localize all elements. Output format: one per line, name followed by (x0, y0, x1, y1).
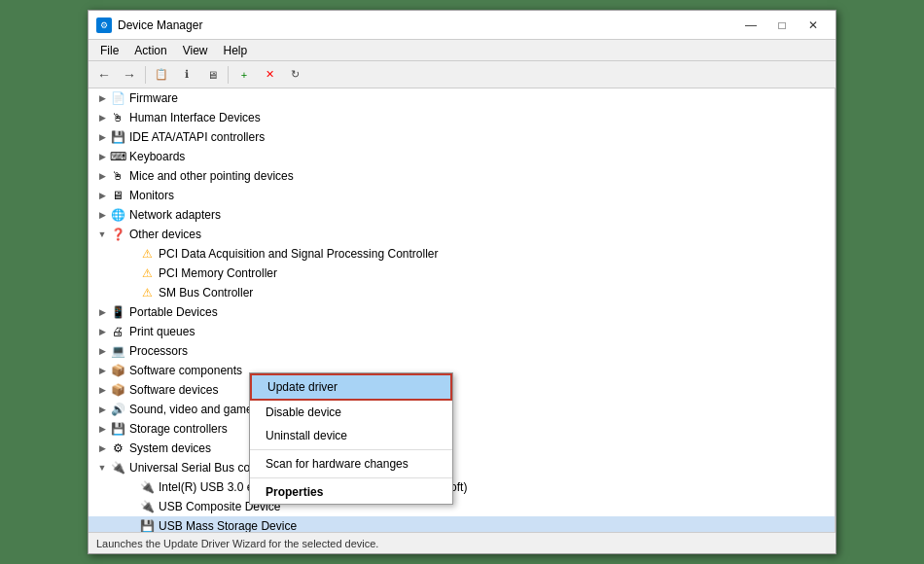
tree-item-firmware[interactable]: ▶ 📄 Firmware (89, 88, 835, 108)
back-button[interactable]: ← (92, 64, 116, 86)
tree-item-sm-bus[interactable]: ⚠ SM Bus Controller (89, 283, 835, 302)
forward-button[interactable]: → (118, 64, 141, 86)
label-sw-components: Software components (129, 364, 242, 377)
toggle-ide[interactable]: ▶ (96, 131, 108, 143)
tree-item-mice[interactable]: ▶ 🖱 Mice and other pointing devices (89, 166, 835, 186)
menu-file[interactable]: File (92, 42, 126, 59)
toggle-monitors[interactable]: ▶ (96, 190, 108, 201)
label-portable: Portable Devices (129, 305, 218, 319)
close-button[interactable]: ✕ (799, 16, 828, 35)
icon-sw-components: 📦 (110, 363, 125, 378)
label-mice: Mice and other pointing devices (129, 169, 294, 183)
icon-network: 🌐 (110, 207, 125, 223)
toggle-sw-components[interactable]: ▶ (96, 365, 108, 376)
tree-item-ide[interactable]: ▶ 💾 IDE ATA/ATAPI controllers (89, 127, 835, 147)
label-storage: Storage controllers (129, 422, 228, 436)
tree-item-pci-data[interactable]: ⚠ PCI Data Acquisition and Signal Proces… (89, 244, 835, 264)
tree-item-sw-components[interactable]: ▶ 📦 Software components (89, 361, 835, 380)
label-system: System devices (129, 441, 211, 455)
status-bar: Launches the Update Driver Wizard for th… (89, 532, 835, 553)
tree-item-network[interactable]: ▶ 🌐 Network adapters (89, 205, 835, 225)
menu-bar: File Action View Help (89, 40, 835, 61)
title-controls: — □ ✕ (736, 16, 828, 35)
icon-monitors: 🖥 (110, 188, 125, 203)
tree-item-usb-child-1[interactable]: 🔌 Intel(R) USB 3.0 eXtensible Host Contr… (89, 477, 835, 497)
toggle-sw-devices[interactable]: ▶ (96, 384, 108, 396)
tree-item-keyboards[interactable]: ▶ ⌨ Keyboards (89, 147, 835, 166)
icon-firmware: 📄 (110, 90, 125, 106)
tree-item-sound[interactable]: ▶ 🔊 Sound, video and game controllers (89, 400, 835, 419)
icon-system: ⚙ (110, 441, 125, 456)
minimize-button[interactable]: — (736, 16, 765, 35)
device-manager-window: ⚙ Device Manager — □ ✕ File Action View … (88, 10, 836, 554)
menu-view[interactable]: View (175, 42, 216, 59)
toggle-processors[interactable]: ▶ (96, 345, 108, 357)
toggle-keyboards[interactable]: ▶ (96, 151, 108, 162)
context-menu-disable-device[interactable]: Disable device (250, 401, 452, 424)
label-processors: Processors (129, 344, 188, 358)
toggle-print[interactable]: ▶ (96, 326, 108, 337)
properties-button[interactable]: 📋 (150, 64, 173, 86)
status-text: Launches the Update Driver Wizard for th… (96, 538, 378, 549)
icon-storage: 💾 (110, 421, 125, 437)
toggle-usb[interactable]: ▼ (96, 462, 108, 474)
toggle-sound[interactable]: ▶ (96, 404, 108, 415)
label-keyboards: Keyboards (129, 150, 185, 163)
context-menu-separator-2 (250, 477, 452, 478)
tree-item-usb-mass-storage[interactable]: 💾 USB Mass Storage Device (89, 516, 835, 532)
label-network: Network adapters (129, 208, 221, 222)
label-hid: Human Interface Devices (129, 111, 261, 124)
tree-item-system[interactable]: ▶ ⚙ System devices (89, 439, 835, 458)
context-menu-scan-hardware[interactable]: Scan for hardware changes (250, 452, 452, 476)
label-pci-mem: PCI Memory Controller (159, 266, 277, 280)
context-menu-separator (250, 449, 452, 450)
label-pci-data: PCI Data Acquisition and Signal Processi… (159, 247, 438, 261)
toolbar: ← → 📋 ℹ 🖥 + ✕ ↻ (89, 61, 835, 88)
toggle-other[interactable]: ▼ (96, 229, 108, 240)
remove-button[interactable]: ✕ (258, 64, 281, 86)
tree-item-hid[interactable]: ▶ 🖱 Human Interface Devices (89, 108, 835, 127)
monitor-button[interactable]: 🖥 (200, 64, 224, 86)
title-bar-left: ⚙ Device Manager (96, 18, 202, 33)
context-menu-update-driver[interactable]: Update driver (250, 373, 452, 401)
context-menu-properties[interactable]: Properties (250, 480, 452, 504)
separator-2 (228, 66, 229, 84)
tree-item-storage[interactable]: ▶ 💾 Storage controllers (89, 419, 835, 439)
icon-mice: 🖱 (110, 168, 125, 184)
tree-item-usb-child-2[interactable]: 🔌 USB Composite Device (89, 497, 835, 516)
tree-item-other[interactable]: ▼ ❓ Other devices (89, 225, 835, 244)
tree-item-usb[interactable]: ▼ 🔌 Universal Serial Bus controllers (89, 458, 835, 477)
tree-item-sw-devices[interactable]: ▶ 📦 Software devices (89, 380, 835, 400)
tree-item-pci-mem[interactable]: ⚠ PCI Memory Controller (89, 264, 835, 283)
info-button[interactable]: ℹ (175, 64, 198, 86)
context-menu-uninstall-device[interactable]: Uninstall device (250, 424, 452, 447)
toggle-storage[interactable]: ▶ (96, 423, 108, 435)
icon-pci-data: ⚠ (139, 246, 155, 262)
tree-item-monitors[interactable]: ▶ 🖥 Monitors (89, 186, 835, 205)
icon-usb-child-1: 🔌 (139, 479, 155, 495)
label-sw-devices: Software devices (129, 383, 218, 397)
maximize-button[interactable]: □ (767, 16, 797, 35)
separator-1 (145, 66, 146, 84)
toggle-hid[interactable]: ▶ (96, 112, 108, 123)
toggle-portable[interactable]: ▶ (96, 306, 108, 318)
toggle-firmware[interactable]: ▶ (96, 92, 108, 104)
icon-other: ❓ (110, 227, 125, 242)
label-sm-bus: SM Bus Controller (159, 286, 253, 300)
toggle-network[interactable]: ▶ (96, 209, 108, 221)
refresh-button[interactable]: ↻ (283, 64, 306, 86)
window-title: Device Manager (118, 18, 202, 32)
label-ide: IDE ATA/ATAPI controllers (129, 130, 265, 144)
menu-help[interactable]: Help (216, 42, 256, 59)
toggle-mice[interactable]: ▶ (96, 170, 108, 182)
tree-item-portable[interactable]: ▶ 📱 Portable Devices (89, 302, 835, 322)
icon-usb: 🔌 (110, 460, 125, 476)
add-button[interactable]: + (232, 64, 256, 86)
label-monitors: Monitors (129, 189, 174, 202)
toggle-system[interactable]: ▶ (96, 442, 108, 454)
device-tree[interactable]: ▶ 📄 Firmware ▶ 🖱 Human Interface Devices… (89, 88, 835, 532)
menu-action[interactable]: Action (126, 42, 174, 59)
tree-item-processors[interactable]: ▶ 💻 Processors (89, 341, 835, 361)
tree-item-print[interactable]: ▶ 🖨 Print queues (89, 322, 835, 341)
icon-keyboards: ⌨ (110, 149, 125, 164)
